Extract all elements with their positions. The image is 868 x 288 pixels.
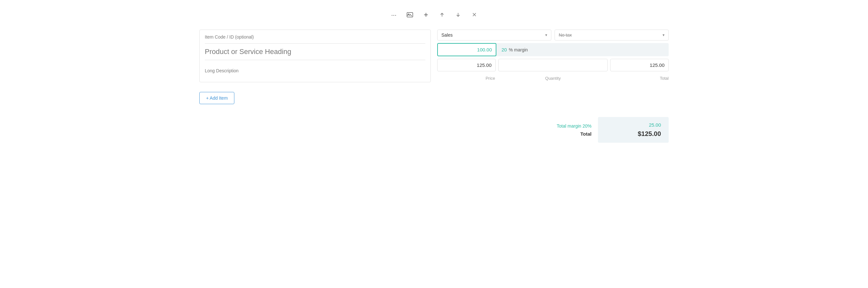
summary-margin-value: 25.00	[649, 122, 661, 128]
summary-table: Total margin 20% Total 25.00 $125.00	[557, 117, 669, 143]
divider-2	[205, 60, 425, 60]
image-icon[interactable]	[405, 10, 415, 20]
cost-margin-row: 20 % margin	[437, 43, 669, 56]
total-margin-label: Total margin 20%	[557, 123, 591, 129]
divider-1	[205, 43, 425, 44]
tax-label: No tax	[559, 32, 571, 38]
price-input-wrapper	[437, 59, 496, 71]
category-chevron-icon: ▾	[545, 33, 547, 37]
cost-input[interactable]	[438, 44, 496, 56]
total-value: 125.00	[611, 59, 669, 71]
item-code-input[interactable]	[205, 34, 425, 39]
summary-labels: Total margin 20% Total	[557, 117, 598, 143]
column-labels: Price Quantity Total	[437, 74, 669, 82]
dropdowns-row: Sales ▾ No tax ▾	[437, 30, 669, 40]
category-dropdown[interactable]: Sales ▾	[437, 30, 551, 40]
total-col-label: Total	[660, 76, 669, 81]
margin-suffix: % margin	[509, 47, 528, 53]
item-details-panel	[199, 30, 431, 82]
move-down-icon[interactable]	[453, 10, 463, 20]
summary-total-value: $125.00	[638, 130, 661, 137]
margin-display: 20 % margin	[496, 44, 669, 56]
qty-input-wrapper	[498, 59, 608, 71]
page-wrapper: ··· + ✕	[186, 6, 682, 143]
total-wrapper: 125.00	[610, 59, 669, 71]
toolbar: ··· + ✕	[199, 6, 669, 23]
summary-section: Total margin 20% Total 25.00 $125.00	[199, 117, 669, 143]
add-item-section: + Add Item	[199, 92, 669, 104]
quantity-input[interactable]	[499, 59, 607, 71]
item-row: Sales ▾ No tax ▾ 20 % margin	[199, 30, 669, 82]
tax-chevron-icon: ▾	[662, 33, 664, 37]
price-row: 125.00	[437, 59, 669, 71]
quantity-col-label: Quantity	[545, 76, 561, 81]
description-input[interactable]	[205, 64, 425, 77]
cost-input-wrapper	[437, 43, 496, 56]
tax-dropdown[interactable]: No tax ▾	[555, 30, 669, 40]
margin-percent-value: 20	[501, 47, 507, 53]
price-input[interactable]	[437, 59, 495, 71]
category-label: Sales	[441, 32, 453, 38]
add-item-button[interactable]: + Add Item	[199, 92, 235, 104]
more-icon[interactable]: ···	[389, 10, 399, 20]
total-label: Total	[580, 131, 591, 137]
delete-icon[interactable]: ✕	[469, 10, 479, 20]
summary-values: 25.00 $125.00	[598, 117, 669, 143]
heading-input[interactable]	[205, 47, 425, 56]
pricing-panel: Sales ▾ No tax ▾ 20 % margin	[437, 30, 669, 82]
move-up-icon[interactable]	[437, 10, 447, 20]
add-row-icon[interactable]: +	[421, 10, 431, 20]
price-col-label: Price	[486, 76, 495, 81]
add-item-label: + Add Item	[206, 95, 227, 101]
